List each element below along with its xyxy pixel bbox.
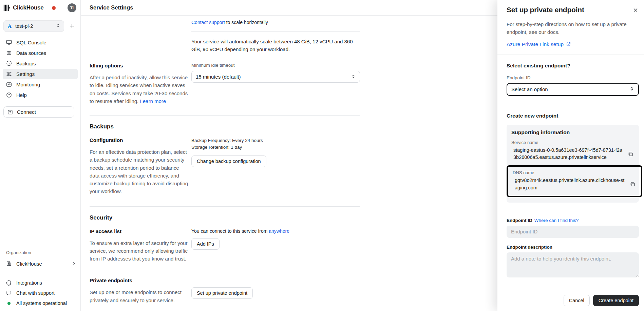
- connect-button[interactable]: Connect: [3, 106, 74, 118]
- doc-link-label: Azure Private Link setup: [507, 41, 564, 47]
- chevron-updown-icon: [351, 74, 356, 80]
- sidebar-item-help[interactable]: Help: [3, 90, 78, 100]
- copy-icon[interactable]: [629, 181, 636, 188]
- sidebar-item-backups[interactable]: Backups: [3, 58, 78, 69]
- divider: [90, 206, 360, 207]
- sidebar-item-data-sources[interactable]: Data sources: [3, 48, 78, 58]
- copy-icon[interactable]: [627, 150, 634, 158]
- organization-name: ClickHouse: [16, 261, 42, 267]
- connect-icon: [7, 109, 13, 115]
- create-new-endpoint-title: Create new endpoint: [507, 113, 639, 119]
- cancel-button[interactable]: Cancel: [564, 295, 590, 306]
- create-endpoint-button[interactable]: Create endpoint: [593, 295, 639, 306]
- anywhere-link[interactable]: anywhere: [269, 228, 289, 234]
- data-sources-icon: [5, 50, 12, 56]
- existing-endpoint-id-label: Endpoint ID: [507, 75, 639, 80]
- system-status-row[interactable]: All systems operational: [0, 298, 80, 308]
- scale-horizontally-text: to scale horizontally: [226, 20, 268, 25]
- idle-timeout-label: Minimum idle timeout: [191, 63, 360, 68]
- add-service-button[interactable]: [67, 21, 77, 31]
- logo-wordmark: ClickHouse: [13, 4, 44, 11]
- where-can-i-find-this-link[interactable]: Where can I find this?: [534, 218, 579, 223]
- service-selector[interactable]: test-pl-2: [3, 20, 64, 32]
- help-icon: [5, 92, 12, 98]
- sidebar-item-monitoring[interactable]: Monitoring: [3, 79, 78, 90]
- learn-more-link[interactable]: Learn more: [140, 98, 166, 104]
- idling-row: Idling options After a period of inactiv…: [90, 63, 356, 105]
- idle-timeout-select[interactable]: 15 minutes (default): [191, 71, 360, 83]
- backup-frequency-text: Backup Frequency: Every 24 hours: [191, 137, 356, 144]
- sidebar-item-integrations[interactable]: Integrations: [0, 278, 80, 288]
- ip-access-row: IP access list To ensure an extra layer …: [90, 228, 356, 263]
- external-link-icon: [566, 42, 571, 47]
- footer-item-label: Integrations: [16, 280, 42, 286]
- drawer-title: Set up private endpoint: [507, 6, 584, 14]
- endpoint-description-textarea[interactable]: [507, 252, 639, 277]
- sidebar-nav: SQL Console Data sources Backups: [0, 37, 80, 100]
- chat-bubble-icon: [5, 290, 12, 296]
- service-selector-row: test-pl-2: [3, 20, 77, 32]
- private-endpoints-row: Private endpoints Set up one or more end…: [90, 277, 356, 304]
- divider: [90, 115, 360, 116]
- endpoint-description-label: Endpoint description: [507, 245, 552, 250]
- sidebar-divider: [0, 273, 80, 273]
- chevron-updown-icon: [56, 23, 60, 29]
- idling-options-title: Idling options: [90, 63, 191, 68]
- divider: [497, 105, 644, 105]
- logo-row: ClickHouse TI: [0, 0, 80, 16]
- sidebar-item-sql-console[interactable]: SQL Console: [3, 37, 78, 48]
- existing-endpoint-select[interactable]: Select an option: [507, 83, 639, 96]
- status-ok-dot-icon: [5, 302, 12, 305]
- sidebar-item-label: Backups: [16, 61, 36, 66]
- recording-dot-icon: [52, 6, 56, 10]
- service-name-label: Service name: [511, 140, 634, 145]
- clickhouse-logo-icon: [3, 4, 10, 11]
- sidebar-item-settings[interactable]: Settings: [3, 69, 78, 79]
- endpoint-id-input[interactable]: [507, 226, 639, 238]
- ip-access-description: To ensure an extra layer of security for…: [90, 239, 189, 263]
- backup-history-icon: [5, 60, 12, 67]
- organization-switcher[interactable]: ClickHouse: [0, 258, 80, 269]
- idling-description: After a period of inactivity, allow this…: [90, 74, 189, 105]
- scale-horizontally-line: Contact support to scale horizontally: [191, 20, 360, 25]
- backup-config-row: Configuration For an effective data prot…: [90, 137, 356, 195]
- contact-support-link[interactable]: Contact support: [191, 20, 225, 25]
- configuration-title: Configuration: [90, 137, 191, 143]
- drawer-header: Set up private endpoint: [507, 6, 639, 14]
- dns-name-row: gqtv8o2m4k.eastus.privatelink.azure.clic…: [513, 177, 636, 192]
- idle-timeout-value: 15 minutes (default): [196, 74, 241, 80]
- organization-building-icon: [5, 261, 12, 267]
- supporting-information-title: Supporting information: [511, 129, 634, 136]
- dns-name-highlight-box: DNS name gqtv8o2m4k.eastus.privatelink.a…: [507, 165, 642, 197]
- status-label: All systems operational: [16, 300, 67, 306]
- chevron-updown-icon: [629, 86, 634, 92]
- divider: [497, 211, 644, 211]
- select-existing-title: Select existing endpoint?: [507, 63, 639, 69]
- add-ips-button[interactable]: Add IPs: [191, 238, 220, 250]
- sidebar-item-label: Help: [16, 92, 27, 98]
- sidebar-item-chat-support[interactable]: Chat with support: [0, 288, 80, 298]
- service-selector-value: test-pl-2: [15, 23, 33, 29]
- monitoring-chart-icon: [5, 81, 12, 88]
- dns-name-label: DNS name: [513, 170, 636, 175]
- app-root: ClickHouse TI test-pl-2: [0, 0, 644, 311]
- chevron-right-icon: [72, 261, 76, 266]
- existing-endpoint-select-value: Select an option: [511, 86, 548, 92]
- integrations-puzzle-icon: [5, 280, 12, 286]
- private-endpoints-title: Private endpoints: [90, 277, 191, 283]
- settings-sliders-icon: [5, 71, 12, 77]
- storage-retention-text: Storage Retention: 1 day: [191, 144, 356, 151]
- user-avatar[interactable]: TI: [68, 3, 76, 12]
- change-backup-configuration-button[interactable]: Change backup configuration: [191, 156, 266, 167]
- security-section-title: Security: [90, 214, 356, 221]
- endpoint-id-label: Endpoint ID: [507, 218, 532, 223]
- drawer-body: Set up private endpoint For step-by-step…: [497, 0, 644, 289]
- azure-icon: [7, 24, 12, 29]
- azure-private-link-setup-link[interactable]: Azure Private Link setup: [507, 41, 571, 47]
- footer-item-label: Chat with support: [16, 290, 55, 296]
- organization-label: Organization: [0, 250, 80, 255]
- drawer-description: For step-by-step directions on how to se…: [507, 20, 627, 36]
- setup-private-endpoint-button[interactable]: Set up private endpoint: [191, 287, 253, 299]
- close-icon[interactable]: [632, 7, 639, 14]
- backups-section-title: Backups: [90, 123, 356, 130]
